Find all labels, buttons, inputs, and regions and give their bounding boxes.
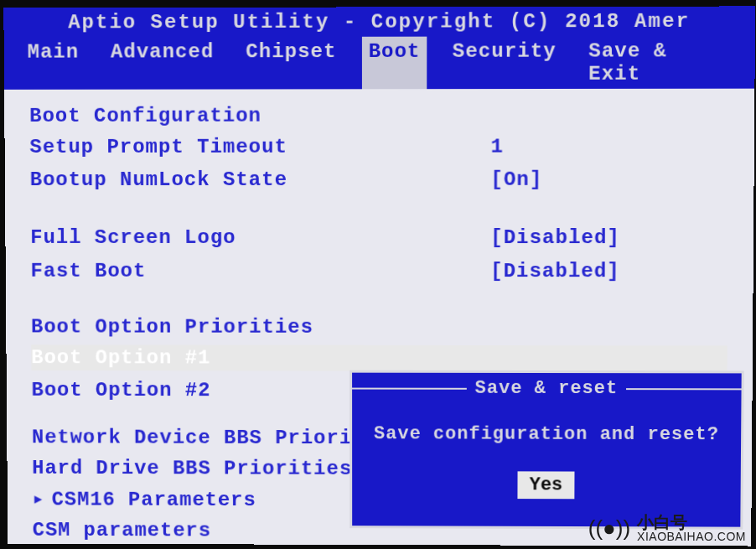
row-boot-option-1[interactable]: Boot Option #1 xyxy=(31,344,728,371)
content-area: Boot Configuration Setup Prompt Timeout … xyxy=(4,89,754,546)
dialog-yes-button[interactable]: Yes xyxy=(518,471,575,499)
menu-security[interactable]: Security xyxy=(446,36,563,89)
watermark-url: XIAOBAIHAO.COM xyxy=(637,531,746,542)
value-numlock-state: [On] xyxy=(406,167,728,194)
dialog-title: Save & reset xyxy=(475,378,619,399)
watermark: ((●)) 小白号 XIAOBAIHAO.COM xyxy=(588,514,746,542)
watermark-cn: 小白号 xyxy=(637,514,746,531)
value-full-screen-logo: [Disabled] xyxy=(406,225,728,251)
row-setup-prompt-timeout[interactable]: Setup Prompt Timeout 1 xyxy=(29,133,728,160)
save-reset-dialog: Save & reset Save configuration and rese… xyxy=(350,370,744,530)
label-numlock-state: Bootup NumLock State xyxy=(30,167,406,193)
label-full-screen-logo: Full Screen Logo xyxy=(30,225,406,251)
label-setup-prompt-timeout: Setup Prompt Timeout xyxy=(29,134,406,161)
row-fast-boot[interactable]: Fast Boot [Disabled] xyxy=(30,257,728,284)
section-boot-config: Boot Configuration xyxy=(29,104,729,127)
utility-title: Aptio Setup Utility - Copyright (C) 2018… xyxy=(3,6,755,37)
row-full-screen-logo[interactable]: Full Screen Logo [Disabled] xyxy=(30,225,728,251)
broadcast-icon: ((●)) xyxy=(588,515,630,541)
label-fast-boot: Fast Boot xyxy=(30,257,406,283)
menu-save-exit[interactable]: Save & Exit xyxy=(582,36,738,89)
menu-main[interactable]: Main xyxy=(21,37,86,89)
dialog-message: Save configuration and reset? xyxy=(352,403,741,465)
menu-advanced[interactable]: Advanced xyxy=(104,37,220,90)
menu-boot[interactable]: Boot xyxy=(362,37,427,90)
label-boot-option-1: Boot Option #1 xyxy=(31,344,406,371)
value-fast-boot: [Disabled] xyxy=(406,258,728,284)
section-boot-priorities: Boot Option Priorities xyxy=(31,315,728,339)
menu-bar: Main Advanced Chipset Boot Security Save… xyxy=(4,36,755,90)
bios-screen: Aptio Setup Utility - Copyright (C) 2018… xyxy=(3,6,755,544)
value-setup-prompt-timeout: 1 xyxy=(406,133,729,160)
menu-chipset[interactable]: Chipset xyxy=(239,37,343,90)
row-numlock-state[interactable]: Bootup NumLock State [On] xyxy=(30,167,729,194)
